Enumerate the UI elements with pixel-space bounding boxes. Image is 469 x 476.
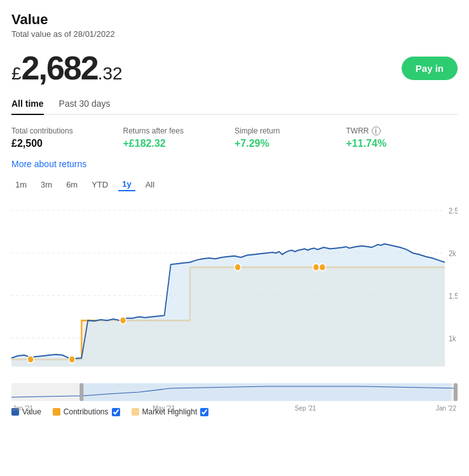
tf-6m[interactable]: 6m [62,179,81,191]
mini-label-sep21: Sep '21 [295,405,316,412]
tf-1y[interactable]: 1y [118,178,135,191]
value-row: £2,682.32 Pay in [11,49,458,87]
svg-marker-5 [11,244,445,367]
svg-text:1k: 1k [449,334,456,343]
svg-point-7 [69,356,75,363]
svg-point-9 [234,264,241,271]
legend-market-highlight-dot [132,408,139,416]
mini-label-jan21: Jan '21 [13,405,33,412]
svg-rect-19 [454,383,458,401]
stat-value-contributions: £2,500 [11,138,123,149]
tab-past-30-days[interactable]: Past 30 days [59,99,111,115]
chart-svg: 2.5k 2k 1.5k 1k [11,196,458,381]
tf-1m[interactable]: 1m [11,179,31,191]
stat-label-twrr: TWRR i [346,126,458,135]
tab-all-time[interactable]: All time [11,99,44,115]
pay-in-button[interactable]: Pay in [402,57,458,80]
page-subtitle: Total value as of 28/01/2022 [11,29,458,39]
tf-3m[interactable]: 3m [37,179,56,191]
mini-label-may21: May '21 [153,405,175,412]
twrr-info-icon[interactable]: i [372,126,381,135]
mini-label-jan22: Jan '22 [436,405,456,412]
page-title: Value [11,11,458,28]
svg-point-6 [27,356,34,363]
value-integer: 2,682 [22,50,98,86]
stat-twrr: TWRR i +11.74% [346,126,458,149]
page-container: Value Total value as of 28/01/2022 £2,68… [0,0,469,423]
stat-label-simple-return: Simple return [234,126,346,135]
stat-value-returns: +£182.32 [123,138,235,149]
stats-row: Total contributions £2,500 Returns after… [11,126,458,149]
stat-returns: Returns after fees +£182.32 [123,126,235,149]
tf-all[interactable]: All [142,179,158,191]
more-returns-link[interactable]: More about returns [11,159,86,169]
main-value: £2,682.32 [11,49,123,87]
mini-chart-row: Jan '21 May '21 Sep '21 Jan '22 [11,383,458,401]
svg-point-8 [119,317,126,324]
stat-value-twrr: +11.74% [346,138,458,149]
chart-area: 2.5k 2k 1.5k 1k 1 Mar 1 May 1 Jul 1 Sep … [11,196,458,381]
stat-value-simple-return: +7.29% [234,138,346,149]
value-decimal: .32 [98,64,123,83]
mini-chart-svg [11,383,458,401]
currency-symbol: £ [11,64,22,83]
stat-label-returns: Returns after fees [123,126,235,135]
chart-timeframe-row: 1m 3m 6m YTD 1y All [11,178,458,191]
svg-point-11 [319,264,325,271]
stat-simple-return: Simple return +7.29% [234,126,346,149]
mini-chart-labels: Jan '21 May '21 Sep '21 Jan '22 [11,405,458,412]
svg-text:1.5k: 1.5k [449,291,458,300]
svg-text:2.5k: 2.5k [449,206,458,215]
svg-point-10 [313,264,319,271]
tabs-row: All time Past 30 days [11,99,458,115]
svg-text:2k: 2k [449,248,456,257]
stat-total-contributions: Total contributions £2,500 [11,126,123,149]
svg-rect-18 [79,383,83,401]
stat-label-contributions: Total contributions [11,126,123,135]
tf-ytd[interactable]: YTD [88,179,112,191]
